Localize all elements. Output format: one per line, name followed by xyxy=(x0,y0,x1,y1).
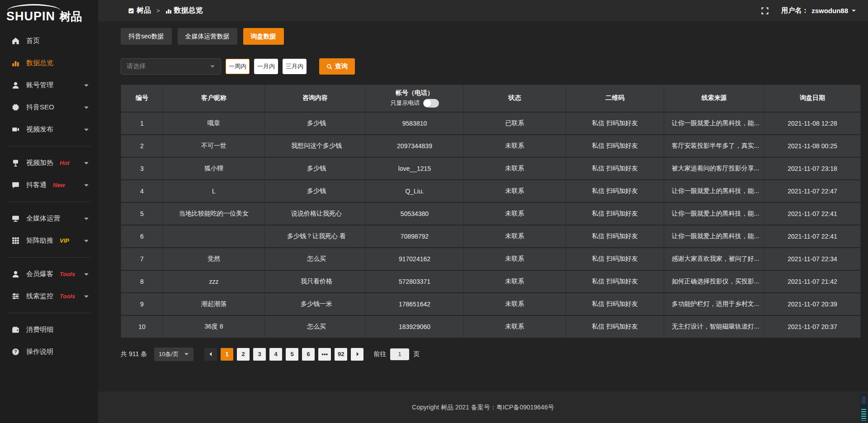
sidebar-item-account-manage[interactable]: 账号管理 xyxy=(0,74,98,96)
qrcode-link[interactable]: 私信 扫码加好友 xyxy=(566,270,664,293)
table-row: 2不可一世我想问这个多少钱2097344839未联系私信 扫码加好友客厅安装投影… xyxy=(121,135,861,157)
cell-status: 未联系 xyxy=(464,248,566,270)
qrcode-link[interactable]: 私信 扫码加好友 xyxy=(566,202,664,225)
cell-date: 2021-11-07 22:34 xyxy=(764,248,861,270)
sidebar-item-media-operation[interactable]: 全媒体运营 xyxy=(0,207,98,230)
cell-id: 7 xyxy=(121,248,163,270)
sidebar-badge: Hot xyxy=(60,160,70,166)
page-button-4[interactable]: 4 xyxy=(269,348,282,361)
logo[interactable]: SHUPIN 树品 xyxy=(0,0,98,30)
cell-id: 3 xyxy=(121,157,163,180)
column-header: 状态 xyxy=(464,85,566,112)
sidebar-item-video-heat[interactable]: 视频加热Hot xyxy=(0,152,98,174)
qrcode-link[interactable]: 私信 扫码加好友 xyxy=(566,293,664,315)
next-page-button[interactable] xyxy=(351,348,363,361)
source-link[interactable]: 无主灯设计，智能磁吸轨道灯... xyxy=(664,315,764,338)
cell-nickname: 觉然 xyxy=(163,248,265,270)
chevron-down-icon xyxy=(84,294,89,299)
user-menu[interactable]: 用户名：zswodun88 xyxy=(781,6,856,15)
page-button-6[interactable]: 6 xyxy=(302,348,315,361)
source-link[interactable]: 让你一眼就爱上的黑科技，能... xyxy=(664,180,764,202)
floating-widget[interactable] xyxy=(860,394,867,422)
prev-page-button[interactable] xyxy=(204,348,217,361)
filter-select[interactable]: 请选择 xyxy=(121,58,221,75)
tab-media-operation-data[interactable]: 全媒体运营数据 xyxy=(178,28,237,45)
sidebar-divider xyxy=(7,313,91,313)
qrcode-link[interactable]: 私信 扫码加好友 xyxy=(566,135,664,157)
range-button-2[interactable]: 三月内 xyxy=(283,59,307,74)
cell-account: 9583810 xyxy=(366,112,464,135)
sidebar-item-label: 矩阵助推 xyxy=(26,236,53,245)
breadcrumb-root[interactable]: 树品 xyxy=(137,6,151,15)
qrcode-link[interactable]: 私信 扫码加好友 xyxy=(566,248,664,270)
sidebar-item-help[interactable]: ?操作说明 xyxy=(0,341,98,363)
source-link[interactable]: 如何正确选择投影仪，买投影... xyxy=(664,270,764,293)
page-button-2[interactable]: 2 xyxy=(237,348,250,361)
cell-account: 572803371 xyxy=(366,270,464,293)
source-link[interactable]: 被大家追着问的客厅投影分享... xyxy=(664,157,764,180)
sidebar-item-data-overview[interactable]: 数据总览 xyxy=(0,52,98,74)
page-ellipsis[interactable]: ••• xyxy=(318,348,331,361)
sidebar-item-consume-detail[interactable]: 消费明细 xyxy=(0,319,98,341)
cell-date: 2021-11-07 21:42 xyxy=(764,270,861,293)
sidebar-item-label: 会员爆客 xyxy=(26,270,53,278)
sidebar-divider xyxy=(7,146,91,146)
cell-id: 4 xyxy=(121,180,163,202)
tab-douyin-seo-data[interactable]: 抖音seo数据 xyxy=(121,28,172,45)
range-buttons: 一周内一月内三月内 xyxy=(221,59,307,74)
sidebar-item-matrix-boost[interactable]: 矩阵助推VIP xyxy=(0,230,98,252)
username-label: 用户名： xyxy=(781,6,808,15)
sidebar-item-member-burst[interactable]: 会员爆客Tools xyxy=(0,263,98,285)
sidebar-item-video-publish[interactable]: 视频发布 xyxy=(0,118,98,141)
source-link[interactable]: 让你一眼就爱上的黑科技，能... xyxy=(664,112,764,135)
sidebar-item-label: 线索监控 xyxy=(26,292,53,301)
range-button-0[interactable]: 一周内 xyxy=(226,59,250,74)
footer: Copyright 树品 2021 备案号：粤ICP备09019646号 xyxy=(98,391,868,423)
sidebar-item-douyin-seo[interactable]: 抖音SEO xyxy=(0,96,98,118)
range-button-1[interactable]: 一月内 xyxy=(254,59,278,74)
cell-status: 未联系 xyxy=(464,270,566,293)
source-link[interactable]: 让你一眼就爱上的黑科技，能... xyxy=(664,202,764,225)
page-button-3[interactable]: 3 xyxy=(253,348,266,361)
cell-nickname xyxy=(163,225,265,248)
cell-content: 多少钱 xyxy=(265,112,366,135)
cell-nickname: zzz xyxy=(163,270,265,293)
page-button-92[interactable]: 92 xyxy=(335,348,347,361)
qrcode-link[interactable]: 私信 扫码加好友 xyxy=(566,180,664,202)
page-button-5[interactable]: 5 xyxy=(286,348,298,361)
sliders-icon xyxy=(12,292,19,300)
cell-content: 多少钱 xyxy=(265,157,366,180)
sidebar-item-douketong[interactable]: 抖客通New xyxy=(0,174,98,196)
chevron-down-icon xyxy=(84,160,89,166)
source-link[interactable]: 多功能护栏灯，适用于乡村文... xyxy=(664,293,764,315)
chevron-down-icon xyxy=(84,272,89,277)
cell-content: 我只看价格 xyxy=(265,270,366,293)
chevron-down-icon xyxy=(84,216,89,221)
phone-only-toggle[interactable] xyxy=(423,99,439,108)
breadcrumb-separator: > xyxy=(156,7,160,14)
column-header: 编号 xyxy=(121,85,163,112)
sidebar-item-label: 操作说明 xyxy=(26,348,53,356)
tab-inquiry-data[interactable]: 询盘数据 xyxy=(243,28,284,45)
source-link[interactable]: 客厅安装投影半年多了，真实... xyxy=(664,135,764,157)
page-size-select[interactable]: 10条/页 xyxy=(154,348,193,361)
page-button-1[interactable]: 1 xyxy=(221,348,233,361)
cell-content: 多少钱一米 xyxy=(265,293,366,315)
source-link[interactable]: 让你一眼就爱上的黑科技，能... xyxy=(664,225,764,248)
qrcode-link[interactable]: 私信 扫码加好友 xyxy=(566,225,664,248)
qrcode-link[interactable]: 私信 扫码加好友 xyxy=(566,112,664,135)
qrcode-link[interactable]: 私信 扫码加好友 xyxy=(566,157,664,180)
sidebar-item-home[interactable]: 首页 xyxy=(0,30,98,52)
cell-account: love__1215 xyxy=(366,157,464,180)
search-button[interactable]: 查询 xyxy=(319,58,355,75)
goto-page-input[interactable] xyxy=(390,348,409,360)
cell-status: 未联系 xyxy=(464,135,566,157)
table-row: 6多少钱？让我死心 看70898792未联系私信 扫码加好友让你一眼就爱上的黑科… xyxy=(121,225,861,248)
chevron-down-icon xyxy=(84,83,89,88)
sidebar-item-leads-monitor[interactable]: 线索监控Tools xyxy=(0,285,98,307)
sidebar-badge: VIP xyxy=(60,237,69,244)
chevron-down-icon xyxy=(84,127,89,132)
qrcode-link[interactable]: 私信 扫码加好友 xyxy=(566,315,664,338)
fullscreen-icon[interactable] xyxy=(761,7,769,14)
source-link[interactable]: 感谢大家喜欢我家，被问了好... xyxy=(664,248,764,270)
